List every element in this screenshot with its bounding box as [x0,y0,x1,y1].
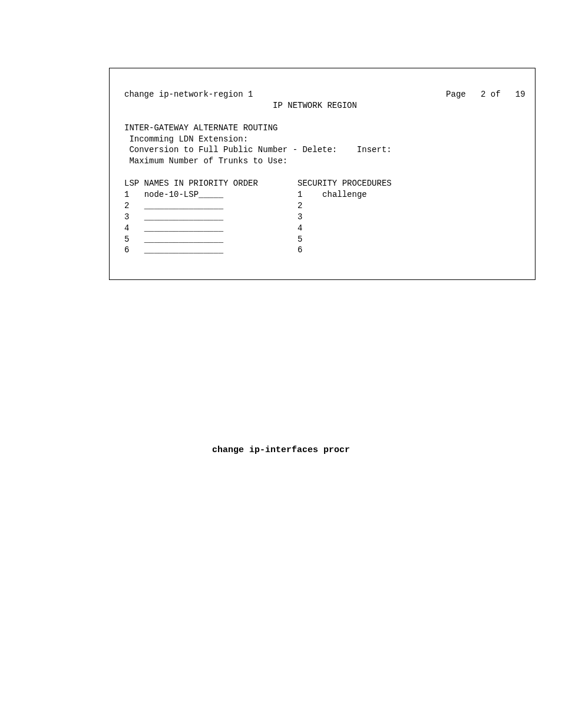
lsp-row-name[interactable]: ________________ [144,201,223,210]
sec-row-num: 1 [297,190,302,199]
terminal-screen: change ip-network-region 1 Page 2 of 19 … [109,68,535,280]
lsp-row-num: 5 [124,235,129,244]
lsp-row-name[interactable]: node-10-LSP_____ [144,190,223,199]
page-total: 19 [515,90,525,99]
section-heading: INTER-GATEWAY ALTERNATE ROUTING [124,123,277,133]
lsp-row-num: 4 [124,223,129,233]
lsp-row-name[interactable]: ________________ [144,212,223,222]
page-current: 2 [481,90,485,99]
lsp-row-name[interactable]: ________________ [144,223,223,233]
lsp-row-num: 3 [124,212,129,222]
security-heading: SECURITY PROCEDURES [297,179,392,188]
sec-row-num: 2 [297,201,302,210]
lsp-row-num: 2 [124,201,129,210]
field-label: Conversion to Full Public Number - Delet… [129,145,391,154]
page-label: Page [446,90,466,99]
lsp-row-num: 1 [124,190,129,199]
field-label: Incomming LDN Extension: [129,134,248,144]
lsp-row-name[interactable]: ________________ [144,245,223,255]
page-of: of [491,90,501,99]
sec-row-num: 6 [297,245,302,255]
sec-row-name[interactable]: challenge [322,190,367,199]
page: change ip-network-region 1 Page 2 of 19 … [0,0,562,728]
lsp-row-name[interactable]: ________________ [144,235,223,244]
screen-title: IP NETWORK REGION [273,101,357,110]
lsp-heading: LSP NAMES IN PRIORITY ORDER [124,179,258,188]
lsp-row-num: 6 [124,245,129,255]
sec-row-num: 5 [297,235,302,244]
field-label: Maximum Number of Trunks to Use: [129,156,287,166]
sec-row-num: 3 [297,212,302,222]
sec-row-num: 4 [297,223,302,233]
command-title: change ip-interfaces procr [0,445,562,455]
command-line: change ip-network-region 1 [124,90,253,99]
